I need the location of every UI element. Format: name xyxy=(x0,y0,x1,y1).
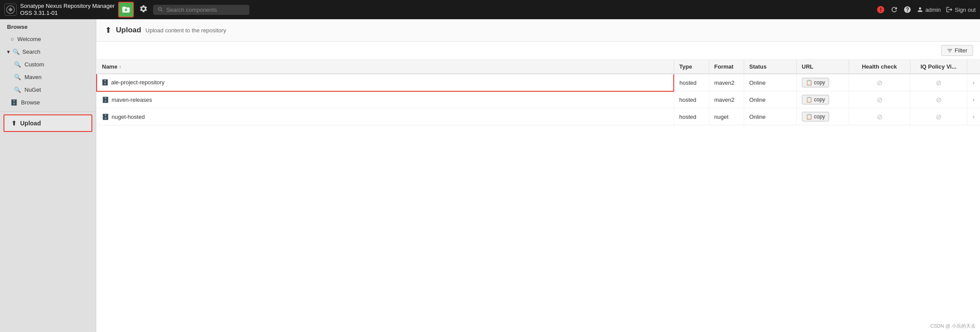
repo-name: ale-project-repository xyxy=(111,79,164,86)
app-title-block: Sonatype Nexus Repository Manager OSS 3.… xyxy=(20,3,115,16)
sidebar-item-welcome[interactable]: ○ Welcome xyxy=(0,33,96,45)
repo-status: Online xyxy=(744,74,796,91)
custom-icon: 🔍 xyxy=(14,61,21,68)
col-type-label: Type xyxy=(679,63,692,70)
repo-type: hosted xyxy=(674,91,709,108)
repo-icon: 🗄️ xyxy=(102,114,109,120)
navbar: Sonatype Nexus Repository Manager OSS 3.… xyxy=(0,0,980,19)
col-format[interactable]: Format xyxy=(709,60,744,74)
col-status[interactable]: Status xyxy=(744,60,796,74)
iq-policy-cell: ⊘ xyxy=(910,74,967,91)
sidebar-welcome-label: Welcome xyxy=(18,36,41,42)
health-check-cell: ⊘ xyxy=(849,108,910,125)
chevron-right-icon: › xyxy=(973,113,975,120)
sidebar-item-nuget[interactable]: 🔍 NuGet xyxy=(4,83,96,96)
repositories-table: Name ↑ Type Format Status xyxy=(96,60,980,125)
repo-status: Online xyxy=(744,91,796,108)
col-url-label: URL xyxy=(802,63,814,70)
health-check-cell: ⊘ xyxy=(849,74,910,91)
sidebar-nuget-label: NuGet xyxy=(24,86,41,93)
search-box xyxy=(153,5,249,15)
repo-url-cell: 📋 copy xyxy=(796,91,849,108)
repo-status: Online xyxy=(744,108,796,125)
table-row[interactable]: 🗄️nuget-hostedhostednugetOnline📋 copy⊘⊘› xyxy=(97,108,980,125)
sidebar-divider xyxy=(0,111,96,112)
row-expand-cell[interactable]: › xyxy=(967,74,980,91)
repo-name: maven-releases xyxy=(112,97,152,103)
col-name-label: Name xyxy=(102,63,117,70)
chevron-right-icon: › xyxy=(973,96,975,103)
refresh-button[interactable] xyxy=(890,6,898,14)
welcome-icon: ○ xyxy=(10,36,14,42)
copy-url-button[interactable]: 📋 copy xyxy=(802,112,829,121)
nuget-icon: 🔍 xyxy=(14,86,21,93)
sidebar-item-browse[interactable]: 🗄️ Browse xyxy=(0,96,96,109)
page-header: ⬆ Upload Upload content to the repositor… xyxy=(96,19,980,42)
sidebar-maven-label: Maven xyxy=(24,74,42,80)
row-expand-cell[interactable]: › xyxy=(967,108,980,125)
sidebar-browse-label: Browse xyxy=(21,99,40,106)
col-arrow xyxy=(967,60,980,74)
table-row[interactable]: 🗄️ale-project-repositoryhostedmaven2Onli… xyxy=(97,74,980,91)
chevron-right-icon: › xyxy=(973,79,975,86)
filter-bar: Filter xyxy=(96,42,980,60)
filter-label: Filter xyxy=(955,47,967,54)
sidebar-search-children: 🔍 Custom 🔍 Maven 🔍 NuGet xyxy=(0,58,96,96)
health-disabled-icon: ⊘ xyxy=(877,96,882,104)
col-name[interactable]: Name ↑ xyxy=(97,60,674,74)
iq-disabled-icon: ⊘ xyxy=(936,113,942,121)
page-title: Upload xyxy=(116,26,141,35)
sidebar: Browse ○ Welcome ▾ 🔍 Search 🔍 Custom 🔍 M… xyxy=(0,19,96,332)
copy-url-button[interactable]: 📋 copy xyxy=(802,95,829,104)
sidebar-item-search[interactable]: ▾ 🔍 Search xyxy=(0,45,96,58)
repo-type: hosted xyxy=(674,74,709,91)
health-check-cell: ⊘ xyxy=(849,91,910,108)
main-layout: Browse ○ Welcome ▾ 🔍 Search 🔍 Custom 🔍 M… xyxy=(0,19,980,332)
table-row[interactable]: 🗄️maven-releaseshostedmaven2Online📋 copy… xyxy=(97,91,980,108)
col-type[interactable]: Type xyxy=(674,60,709,74)
table-header-row: Name ↑ Type Format Status xyxy=(97,60,980,74)
row-expand-cell[interactable]: › xyxy=(967,91,980,108)
user-icon xyxy=(917,6,924,13)
settings-button[interactable] xyxy=(137,3,150,17)
health-disabled-icon: ⊘ xyxy=(877,79,882,86)
col-status-label: Status xyxy=(749,63,767,70)
sidebar-item-custom[interactable]: 🔍 Custom xyxy=(4,58,96,71)
search-icon xyxy=(158,7,164,13)
sidebar-item-maven[interactable]: 🔍 Maven xyxy=(4,71,96,83)
sidebar-section-browse-title: Browse xyxy=(0,19,96,33)
filter-icon xyxy=(947,48,953,54)
help-button[interactable] xyxy=(903,6,911,14)
copy-url-button[interactable]: 📋 copy xyxy=(802,78,829,87)
sort-arrow: ↑ xyxy=(119,64,122,69)
watermark: CSDN @ 小乐的天去 xyxy=(931,323,976,329)
sidebar-item-upload[interactable]: ⬆ Upload xyxy=(4,114,92,132)
col-format-label: Format xyxy=(714,63,734,70)
repo-type: hosted xyxy=(674,108,709,125)
repo-icon: 🗄️ xyxy=(102,97,109,103)
page-subtitle: Upload content to the repository xyxy=(146,27,226,34)
iq-disabled-icon: ⊘ xyxy=(936,79,942,86)
alert-button[interactable] xyxy=(876,5,885,14)
maven-icon: 🔍 xyxy=(14,74,21,80)
filter-button[interactable]: Filter xyxy=(941,45,973,56)
signout-button[interactable]: Sign out xyxy=(946,6,976,13)
sidebar-custom-label: Custom xyxy=(24,61,44,68)
app-version: OSS 3.31.1-01 xyxy=(20,10,115,17)
repo-format: maven2 xyxy=(709,91,744,108)
col-url[interactable]: URL xyxy=(796,60,849,74)
col-health[interactable]: Health check xyxy=(849,60,910,74)
page-header-icon: ⬆ xyxy=(105,25,112,35)
app-title: Sonatype Nexus Repository Manager xyxy=(20,3,115,10)
search-group-icon: 🔍 xyxy=(13,48,20,55)
upload-nav-button[interactable] xyxy=(118,2,134,17)
iq-disabled-icon: ⊘ xyxy=(936,96,942,104)
sidebar-search-label: Search xyxy=(22,48,40,55)
repo-url-cell: 📋 copy xyxy=(796,108,849,125)
logo-icon xyxy=(4,3,17,16)
signout-icon xyxy=(946,6,953,13)
col-health-label: Health check xyxy=(862,63,897,70)
search-input[interactable] xyxy=(166,7,236,13)
col-iq[interactable]: IQ Policy Vi... xyxy=(910,60,967,74)
signout-label: Sign out xyxy=(955,7,976,13)
